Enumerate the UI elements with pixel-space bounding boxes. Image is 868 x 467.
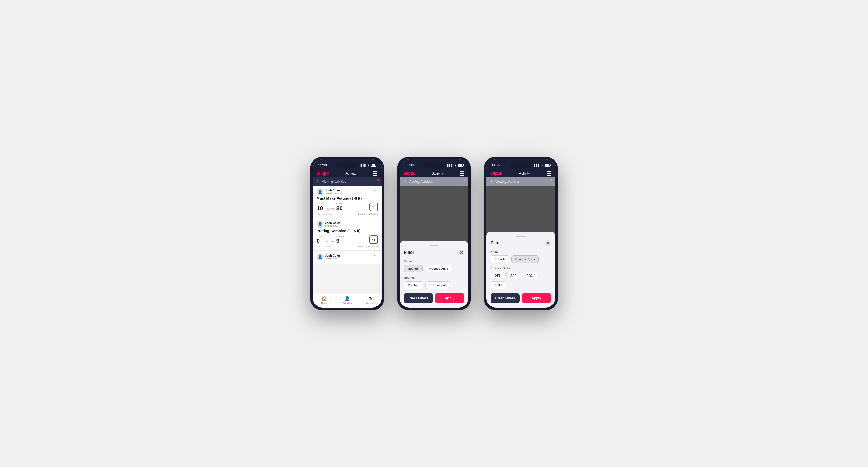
- shot-quality-badge-1: 75: [369, 203, 378, 211]
- phone-1: 11:33 ▌▌▌ ▲ clippd Activity ⚙ Viewing Ac…: [310, 157, 384, 310]
- signal-icon-2: ▌▌▌: [447, 164, 453, 166]
- out-of-1: OUT OF: [326, 208, 334, 210]
- putt-btn-3[interactable]: PUTT: [491, 281, 506, 289]
- tournament-btn-2[interactable]: Tournament: [425, 281, 450, 289]
- home-icon: 🏠: [321, 296, 327, 301]
- apply-btn-3[interactable]: Apply: [522, 293, 551, 303]
- battery-icon: [371, 164, 376, 166]
- viewing-bar-1[interactable]: ⚙ Viewing Activities: [313, 178, 382, 186]
- nav-title-2: Activity: [432, 172, 443, 175]
- phone-2: 11:33 ▌▌▌ ▲ clippd Activity ⚙ Viewing Ac…: [397, 157, 471, 310]
- filter-sheet-3: Filter ✕ Show Rounds Practice Drills Pra…: [486, 232, 555, 308]
- sheet-handle-3: [516, 236, 526, 237]
- avatar-1: 👤: [317, 188, 323, 195]
- user-date-1: 28 Feb 2023: [325, 192, 341, 195]
- activity-card-3[interactable]: 👤 Josh Coles 28 Feb 2023 ···: [313, 251, 382, 264]
- clear-filters-btn-3[interactable]: Clear Filters: [491, 293, 520, 303]
- filter-icon-3: ⚙: [490, 180, 493, 184]
- clear-filters-btn-2[interactable]: Clear Filters: [404, 293, 433, 303]
- arg-btn-3[interactable]: ARG: [523, 272, 537, 279]
- tab-capture-label: Capture: [366, 302, 374, 304]
- sheet-footer-3: Clear Filters Apply: [491, 293, 551, 303]
- drill-buttons-3: OTT APP ARG PUTT: [491, 272, 551, 289]
- more-options-2[interactable]: ···: [374, 221, 378, 225]
- activity-title-1: Must Make Putting (3-6 ft): [317, 196, 378, 200]
- practice-drills-btn-2[interactable]: Practice Drills: [425, 265, 452, 272]
- phone-3: 11:33 ▌▌▌ ▲ clippd Activity ⚙ Viewing Ac…: [484, 157, 558, 310]
- data-source-1: Data: Clippd Capture: [358, 213, 378, 215]
- viewing-text-3: Viewing Activities: [495, 180, 520, 184]
- show-label-3: Show: [491, 250, 551, 253]
- nav-title-1: Activity: [345, 172, 356, 175]
- signal-icon-3: ▌▌▌: [534, 164, 540, 166]
- filter-sheet-2: Filter ✕ Show Rounds Practice Drills Rou…: [400, 241, 468, 308]
- practice-round-btn-2[interactable]: Practice: [404, 281, 423, 289]
- shot-quality-value-1: 75: [372, 206, 375, 209]
- score-value-2: 0: [317, 238, 324, 244]
- show-buttons-2: Rounds Practice Drills: [404, 265, 464, 272]
- filter-active-dot-2: [464, 179, 466, 181]
- tab-activities[interactable]: 👤 Activities: [336, 296, 359, 304]
- hamburger-menu-3[interactable]: [547, 171, 551, 176]
- sheet-header-3: Filter ✕: [491, 240, 551, 246]
- nav-logo-3: clippd: [491, 171, 502, 176]
- dynamic-island-2: [424, 162, 444, 168]
- shots-value-2: 9: [336, 238, 344, 244]
- activities-icon: 👤: [345, 296, 350, 301]
- viewing-text-2: Viewing Activities: [409, 180, 433, 184]
- wifi-icon-3: ▲: [541, 164, 544, 166]
- nav-bar-3: clippd Activity: [486, 169, 555, 178]
- avatar-2: 👤: [317, 221, 323, 228]
- more-options-3[interactable]: ···: [374, 253, 378, 257]
- practice-drills-btn-3[interactable]: Practice Drills: [512, 255, 539, 263]
- score-label-1: Score: [317, 203, 324, 205]
- nav-logo-2: clippd: [404, 171, 415, 176]
- card-footer-1: ℹ Test Information Data: Clippd Capture: [317, 213, 378, 215]
- filter-close-3[interactable]: ✕: [545, 240, 551, 246]
- nav-bar-2: clippd Activity: [400, 169, 468, 178]
- filter-overlay-2: Filter ✕ Show Rounds Practice Drills Rou…: [400, 186, 468, 308]
- more-options-1[interactable]: ···: [374, 188, 378, 192]
- status-time-1: 11:33: [318, 163, 327, 167]
- app-btn-3[interactable]: APP: [506, 272, 521, 279]
- wifi-icon: ▲: [367, 164, 370, 166]
- nav-logo-1: clippd: [317, 171, 329, 176]
- capture-icon: ⊕: [368, 296, 372, 301]
- drills-section-3: Practice Drills OTT APP ARG PUTT: [491, 267, 551, 289]
- viewing-bar-3: ⚙ Viewing Activities: [486, 178, 555, 186]
- shot-quality-badge-2: 45: [369, 235, 378, 244]
- filter-title-3: Filter: [491, 241, 501, 245]
- show-section-3: Show Rounds Practice Drills: [491, 250, 551, 263]
- status-time-2: 11:33: [405, 163, 414, 167]
- filter-icon-2: ⚙: [403, 180, 406, 184]
- rounds-btn-2[interactable]: Rounds: [404, 265, 423, 272]
- filter-close-2[interactable]: ✕: [458, 250, 464, 255]
- activity-list-1: 👤 Josh Coles 28 Feb 2023 ··· Must Make P…: [313, 186, 382, 294]
- apply-btn-2[interactable]: Apply: [435, 293, 464, 303]
- tab-capture[interactable]: ⊕ Capture: [359, 296, 382, 304]
- shots-label-2: Shots: [336, 235, 344, 238]
- tab-activities-label: Activities: [342, 302, 352, 304]
- rounds-buttons-2: Practice Tournament: [404, 281, 464, 289]
- tab-home[interactable]: 🏠 Home: [313, 296, 336, 304]
- rounds-section-label-2: Rounds: [404, 276, 464, 279]
- show-label-2: Show: [404, 260, 464, 263]
- shots-value-1: 20: [336, 206, 344, 211]
- shot-quality-value-2: 45: [372, 238, 375, 241]
- wifi-icon-2: ▲: [454, 164, 457, 166]
- activity-card-1[interactable]: 👤 Josh Coles 28 Feb 2023 ··· Must Make P…: [313, 186, 382, 218]
- score-label-2: Score: [317, 235, 324, 238]
- signal-icon: ▌▌▌: [361, 164, 366, 166]
- data-source-2: Data: Clippd Capture: [358, 245, 378, 248]
- status-icons-2: ▌▌▌ ▲: [447, 164, 463, 166]
- tab-bar-1: 🏠 Home 👤 Activities ⊕ Capture: [313, 294, 382, 308]
- hamburger-menu-2[interactable]: [460, 171, 464, 176]
- rounds-btn-3[interactable]: Rounds: [491, 255, 509, 263]
- nav-bar-1: clippd Activity: [313, 169, 382, 178]
- activity-card-2[interactable]: 👤 Josh Coles 28 Feb 2023 ··· Putting Com…: [313, 218, 382, 251]
- ott-btn-3[interactable]: OTT: [491, 272, 504, 279]
- battery-icon-3: [545, 164, 550, 166]
- rounds-section-2: Rounds Practice Tournament: [404, 276, 464, 289]
- hamburger-menu-1[interactable]: [373, 171, 377, 176]
- dynamic-island-3: [510, 162, 531, 168]
